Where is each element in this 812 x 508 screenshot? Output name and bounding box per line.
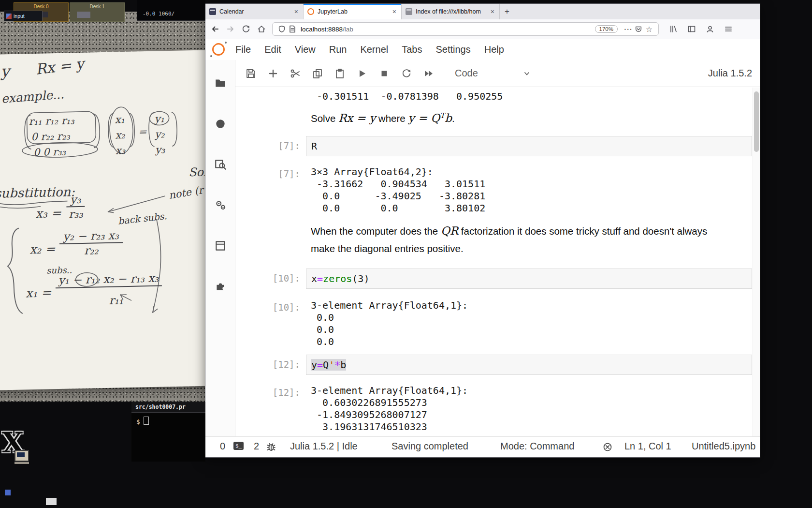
code-input[interactable]: x=zeros(3) (306, 269, 752, 289)
menu-kernel[interactable]: Kernel (353, 44, 395, 55)
desktop-chip-blue (5, 490, 11, 495)
url-path: /lab (343, 26, 353, 33)
reload-button[interactable] (238, 21, 254, 37)
home-button[interactable] (254, 21, 269, 37)
tab-file-index[interactable]: Index of file:///x/libb/hom × (402, 4, 500, 19)
mode-indicator[interactable]: Mode: Command (500, 441, 574, 452)
running-kernels-icon[interactable] (214, 117, 227, 131)
scrollbar-thumb[interactable] (754, 91, 759, 152)
file-browser-icon[interactable] (214, 76, 227, 90)
output-line: 3.1963131746510323 (311, 421, 747, 433)
inspector-icon[interactable] (214, 158, 227, 171)
note-x2-lhs: x₂ = (29, 242, 56, 256)
interrupt-kernel-button[interactable] (376, 65, 393, 82)
markdown-text: Solve Rx = y where y = QTb. (306, 106, 736, 128)
zoom-badge[interactable]: 170% (595, 25, 618, 33)
output-cell-7: [7]: 3×3 Array{Float64,2}: -3.31662 0.90… (263, 164, 752, 216)
partial-output-text: -0.301511 -0.0781398 0.950255 (306, 89, 752, 105)
note-vec-y1: y₁ (154, 113, 164, 124)
shield-icon[interactable] (276, 25, 287, 33)
pager-desk-1[interactable]: Desk 1 (70, 2, 125, 22)
back-button[interactable] (207, 21, 223, 37)
open-tabs-icon[interactable] (214, 239, 227, 253)
forward-button[interactable] (223, 21, 238, 37)
add-cell-button[interactable] (264, 65, 282, 82)
cursor-position[interactable]: Ln 1, Col 1 (624, 441, 671, 452)
restart-kernel-button[interactable] (398, 65, 415, 82)
output-line: 0.6030226891555273 (311, 397, 747, 409)
menu-settings[interactable]: Settings (429, 44, 477, 55)
cell-type-select[interactable]: Code (455, 68, 531, 79)
tab-calendar[interactable]: Calendar × (205, 4, 304, 19)
top-window-fragment[interactable]: -0.0 1060/ (137, 0, 205, 21)
desktop-chip-white (46, 498, 57, 505)
code-token: y (311, 359, 317, 371)
extension-manager-icon[interactable] (214, 280, 227, 293)
tab-close-icon[interactable]: × (392, 8, 397, 15)
tab-close-icon[interactable]: × (490, 8, 495, 15)
fast-forward-button[interactable] (420, 65, 437, 82)
copy-cells-button[interactable] (309, 65, 326, 82)
md-text: . (452, 113, 455, 124)
account-icon[interactable] (702, 21, 718, 37)
kernels-count[interactable]: 2 (254, 441, 259, 452)
tab-title: JupyterLab (318, 8, 388, 15)
output-line: 0.0 (311, 312, 747, 324)
menu-help[interactable]: Help (478, 44, 511, 55)
output-line: 0.0 (311, 336, 747, 348)
code-token: = (317, 273, 323, 284)
menu-file[interactable]: File (229, 44, 258, 55)
terminal-cursor (144, 417, 149, 425)
sidebar-toggle-icon[interactable] (684, 21, 699, 37)
terminal-body[interactable]: $ (131, 413, 205, 462)
code-input[interactable]: y=Q'*b (306, 355, 752, 375)
menu-run[interactable]: Run (322, 44, 354, 55)
browser-tab-bar: Calendar × JupyterLab × Index of file://… (205, 4, 760, 20)
jupyterlab-sidebar (205, 60, 235, 437)
terminal-window[interactable]: src/shot0007.pr $ (131, 402, 205, 457)
md-superscript: T (440, 111, 445, 120)
tab-close-icon[interactable]: × (293, 8, 299, 15)
back-icon (211, 25, 219, 33)
page-actions-icon[interactable]: ⋯ (623, 24, 633, 34)
menu-tabs[interactable]: Tabs (395, 44, 429, 55)
url-text[interactable]: localhost:8888/lab (301, 26, 595, 33)
reload-icon (242, 25, 250, 33)
output-prompt: [10]: (263, 298, 300, 313)
md-math: y = Q (408, 112, 440, 124)
note-x3-lhs: x₃ = (35, 206, 61, 221)
tab-jupyterlab[interactable]: JupyterLab × (304, 4, 402, 19)
property-inspector-icon[interactable] (214, 198, 227, 212)
terminals-count[interactable]: 0 (220, 441, 225, 452)
markdown-cell-qr: When the computer does the QR factorizat… (263, 221, 752, 258)
save-button[interactable] (242, 65, 260, 82)
menu-edit[interactable]: Edit (258, 44, 288, 55)
tab-title: Calendar (219, 8, 290, 15)
note-substitution: substitution: (0, 184, 75, 200)
note-x2-fraction: y₂ − r₂₃ x₃ r₂₂ (59, 229, 123, 257)
forward-icon (226, 25, 235, 33)
md-text: where (376, 113, 408, 124)
library-icon[interactable] (666, 21, 681, 37)
cut-cells-button[interactable] (287, 65, 304, 82)
code-input[interactable]: R (306, 136, 752, 156)
pocket-icon[interactable] (633, 25, 644, 33)
new-tab-button[interactable]: + (500, 4, 514, 19)
note-equals: = (138, 126, 147, 137)
run-cell-button[interactable] (353, 65, 371, 82)
md-math: QR (441, 224, 458, 237)
page-info-icon[interactable] (287, 25, 298, 33)
code-token: b (340, 359, 346, 371)
bookmark-star-icon[interactable]: ☆ (644, 25, 654, 34)
menu-icon[interactable] (721, 21, 736, 37)
paste-cells-button[interactable] (331, 65, 348, 82)
tab-title: Index of file:///x/libb/hom (416, 8, 486, 15)
url-bar[interactable]: localhost:8888/lab 170% ⋯ ☆ (272, 22, 659, 36)
menu-view[interactable]: View (288, 44, 322, 55)
notes-paper: y Rx = y example... r₁₁ r₁₂ r₁₃ 0 r₂₂ r₂… (0, 50, 205, 390)
notebook-scrollbar[interactable] (753, 88, 760, 437)
kernel-name-label[interactable]: Julia 1.5.2 (708, 68, 752, 79)
input-window[interactable]: input (4, 11, 43, 21)
kernel-status[interactable]: Julia 1.5.2 | Idle (290, 441, 358, 452)
note-sol: Sol (188, 165, 205, 179)
